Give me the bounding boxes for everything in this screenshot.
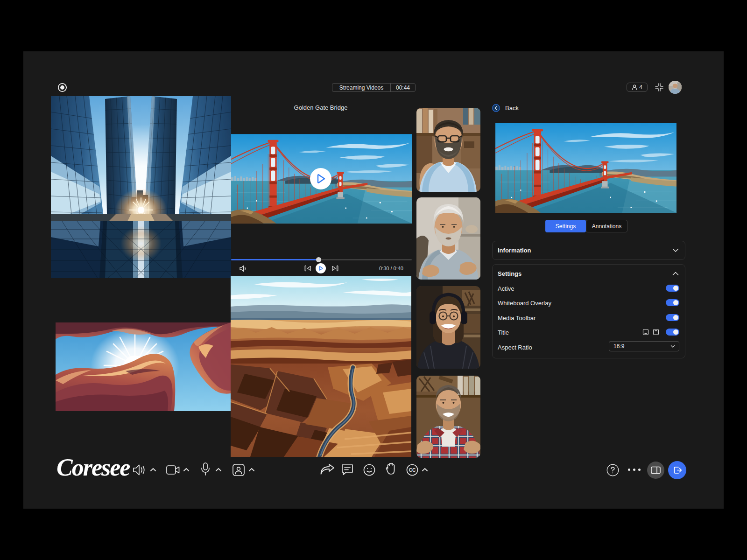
- svg-text:CC: CC: [409, 468, 416, 473]
